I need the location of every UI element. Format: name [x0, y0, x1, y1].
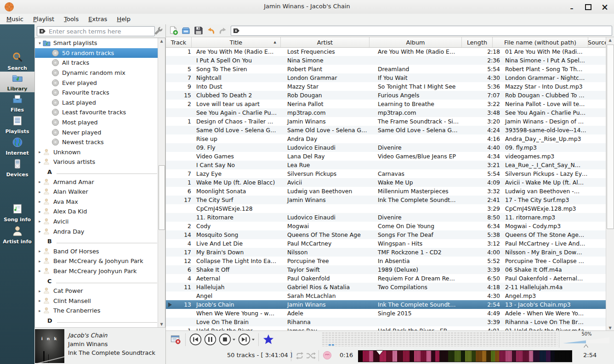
sidebar-item-search[interactable]: Search: [0, 51, 34, 72]
track-row[interactable]: 6Moonlight SonataLudwig van BeethovenMil…: [166, 187, 606, 196]
stop-button-dropdown-icon[interactable]: [233, 339, 235, 341]
expander-icon[interactable]: ▸: [37, 160, 43, 164]
sidebar-item-playlists[interactable]: Playlists: [0, 114, 34, 135]
undo-button[interactable]: [206, 26, 216, 36]
track-row[interactable]: 09. FlyLudovico EinaudiDivenire4:4009. f…: [166, 143, 606, 152]
track-row[interactable]: 7NightcallLondon GrammarIf You Wait4:30L…: [166, 73, 606, 82]
column-header-source[interactable]: Source: [588, 37, 608, 47]
column-header-file-name-without-path[interactable]: File name (without path): [493, 37, 588, 47]
tree-item-ava-max[interactable]: ▸Ava Max: [35, 197, 158, 207]
track-row[interactable]: 2CodyMogwaiCome On Die Young6:34Mogwai -…: [166, 222, 606, 230]
column-header-album[interactable]: Album: [370, 37, 462, 47]
tree-item-all-tracks[interactable]: All tracks: [35, 58, 158, 68]
tree-item-andra-day[interactable]: ▸Andra Day: [35, 226, 158, 236]
track-row[interactable]: 1Are You With Me (Radio E…Lost Frequenci…: [166, 47, 606, 56]
tree-item-armand-amar[interactable]: ▸Armand Amar: [35, 177, 158, 187]
shuffle-icon[interactable]: [306, 351, 316, 360]
tree-item-50-random-tracks[interactable]: 50 random tracks: [35, 48, 158, 58]
tree-item-the-cranberries[interactable]: ▸The Cranberries: [35, 306, 158, 316]
open-playlist-button[interactable]: [181, 26, 191, 36]
sidebar-item-internet[interactable]: Internet: [0, 136, 34, 157]
tree-item-bear-mccreary-joohyun-park[interactable]: ▸Bear McCreary Joohyun Park: [35, 266, 158, 276]
menu-help[interactable]: Help: [117, 16, 131, 22]
track-row[interactable]: 7Lazy EyeSilversun PickupsCarnavas5:54Si…: [166, 169, 606, 178]
playlist-search-input[interactable]: [242, 27, 610, 34]
tree-item-ever-played[interactable]: Ever played: [35, 78, 158, 88]
close-button[interactable]: ×: [601, 3, 608, 11]
tree-item-various-artists[interactable]: ▸Various artists: [35, 157, 158, 167]
tree-item-smart-playlists[interactable]: ▾Smart playlists: [35, 38, 158, 48]
menu-music[interactable]: Music: [6, 16, 23, 22]
track-row[interactable]: 14Mosquito SongQueens Of The Stone AgeSo…: [166, 230, 606, 239]
track-row[interactable]: CpCmJ4SWExje.1283:29CpCmJ4SWExje.128.mp3: [166, 204, 606, 213]
track-row[interactable]: 5Song To The SirenRobert PlantDreamland5…: [166, 65, 606, 73]
expander-icon[interactable]: ▸: [37, 289, 43, 293]
album-art[interactable]: i n k: [35, 329, 64, 363]
clear-search-icon[interactable]: [39, 28, 46, 34]
menu-tools[interactable]: Tools: [64, 16, 79, 22]
expander-icon[interactable]: ▾: [37, 41, 43, 45]
tree-item-never-played[interactable]: Never played: [35, 127, 158, 137]
tree-item-band-of-horses[interactable]: ▸Band Of Horses: [35, 246, 158, 256]
tree-item-avicii[interactable]: ▸Avicii: [35, 217, 158, 227]
repeat-icon[interactable]: [295, 351, 305, 360]
column-header-artist[interactable]: Artist: [281, 37, 370, 47]
track-row[interactable]: 17My Brain's DownNilssonTMF Rockzone 1 -…: [166, 248, 606, 257]
expander-icon[interactable]: ▸: [37, 219, 43, 224]
new-playlist-button[interactable]: [169, 26, 179, 36]
seek-moodbar[interactable]: [358, 350, 572, 362]
menu-playlist[interactable]: Playlist: [33, 16, 54, 22]
expander-icon[interactable]: ▸: [37, 150, 43, 154]
redo-button[interactable]: [218, 26, 228, 36]
next-button-dropdown-icon[interactable]: [252, 339, 255, 341]
expander-icon[interactable]: ▸: [37, 190, 43, 194]
track-row[interactable]: 1Design of Chaos - Trailer …Jamin Winans…: [166, 117, 606, 126]
tree-item-clint-mansell[interactable]: ▸Clint Mansell: [35, 296, 158, 306]
track-row[interactable]: Same Old Love - Selena G…Same Old Love -…: [166, 126, 606, 134]
expander-icon[interactable]: ▸: [37, 229, 43, 234]
rate-star-button[interactable]: [261, 332, 276, 347]
track-row[interactable]: AngelSarah McLachlan4:30Angel.mp3: [166, 291, 606, 300]
tree-item-bear-mccreary-joohyun-park[interactable]: ▸Bear McCreary & Joohyun Park: [35, 256, 158, 266]
track-row[interactable]: 13Jacob's ChainJamin WinansInk The Compl…: [166, 300, 606, 309]
column-header-title[interactable]: Title▲: [192, 37, 281, 47]
sidebar-item-devices[interactable]: Devices: [0, 157, 34, 178]
column-header-track[interactable]: Track: [166, 37, 192, 47]
previous-button[interactable]: [188, 332, 203, 347]
tree-item-favourite-tracks[interactable]: Favourite tracks: [35, 88, 158, 98]
tree-item-cat-power[interactable]: ▸Cat Power: [35, 286, 158, 296]
track-row[interactable]: See You Again - Charlie Pu…mp3trap.commp…: [166, 108, 606, 117]
stop-button[interactable]: [217, 332, 232, 347]
love-icon[interactable]: [322, 351, 332, 360]
track-row[interactable]: 9Into DustMazzy StarSo Tonight That I Mi…: [166, 82, 606, 91]
volume-slider[interactable]: [563, 337, 609, 343]
track-row[interactable]: Rise upAndra Day4:16Andra_Day_-_Rise_Up.…: [166, 134, 606, 143]
track-row[interactable]: 17The City SurfJamin WinansInk The Compl…: [166, 196, 606, 204]
library-tree-scrollbar[interactable]: ▲ ▼: [158, 38, 165, 327]
menu-extras[interactable]: Extras: [88, 16, 107, 22]
scroll-up-icon[interactable]: ▲: [158, 39, 165, 43]
spectrum-analyzer[interactable]: [322, 332, 557, 347]
track-row[interactable]: Video GamesLana Del RayVideo Games/Blue …: [166, 152, 606, 161]
volume-control[interactable]: 50%: [559, 331, 614, 348]
library-search-input[interactable]: [48, 28, 153, 35]
pause-button[interactable]: [203, 332, 217, 347]
sidebar-item-song-info[interactable]: Song info: [0, 202, 34, 223]
expander-icon[interactable]: ▸: [37, 249, 43, 253]
track-row[interactable]: 12Collapse The Light Into Ea…Porcupine T…: [166, 257, 606, 265]
track-row[interactable]: I Cant Say NoLea Rue3:21Lea_Rue_-_I_Cant…: [166, 161, 606, 169]
track-row[interactable]: 2Love will tear us apartNerina PallotLea…: [166, 100, 606, 108]
library-settings-button[interactable]: [154, 26, 164, 36]
track-row[interactable]: 11HallelujahGabriel Rios & NataliaTwo Co…: [166, 283, 606, 291]
next-button[interactable]: [237, 332, 251, 347]
scroll-down-icon[interactable]: ▼: [158, 322, 165, 326]
expander-icon[interactable]: ▸: [37, 298, 43, 303]
tree-item-least-favourite-tracks[interactable]: Least favourite tracks: [35, 107, 158, 118]
sidebar-item-artist-info[interactable]: Artist info: [0, 224, 34, 245]
tree-item-alan-walker[interactable]: ▸Alan Walker: [35, 187, 158, 197]
sidebar-item-library[interactable]: Library: [0, 72, 34, 92]
tree-item-unknown[interactable]: ▸Unknown: [35, 147, 158, 157]
playlist-manager-button[interactable]: [168, 332, 183, 347]
expander-icon[interactable]: ▸: [37, 179, 43, 184]
tree-item-alex-da-kid[interactable]: ▸Alex Da Kid: [35, 207, 158, 217]
